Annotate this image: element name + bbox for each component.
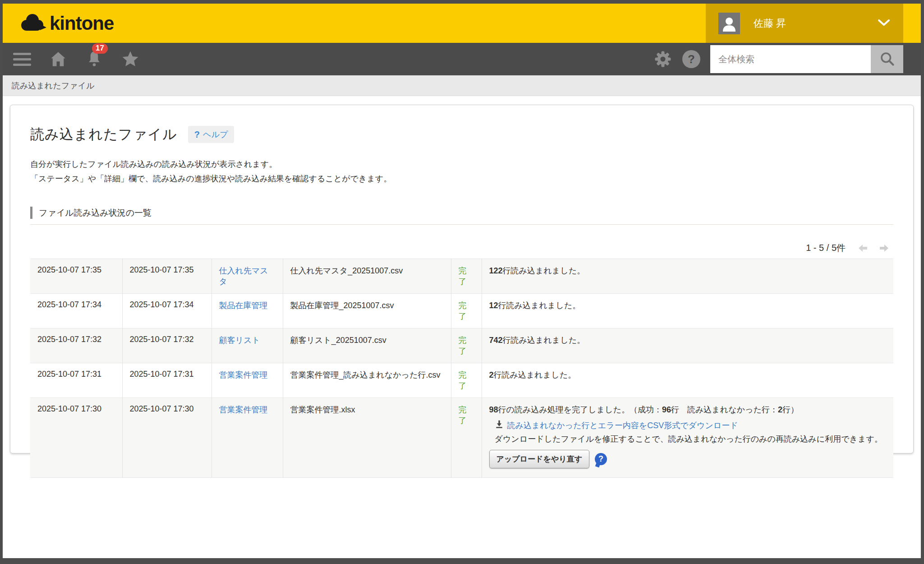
description-line-2: 「ステータス」や「詳細」欄で、読み込みの進捗状況や読み込み結果を確認することがで… <box>30 172 893 186</box>
breadcrumb-item[interactable]: 読み込まれたファイル <box>12 80 94 91</box>
nav-right: ? <box>653 45 921 73</box>
gear-icon[interactable] <box>653 50 672 69</box>
search-input[interactable] <box>710 45 871 73</box>
kintone-cloud-icon <box>19 11 47 36</box>
notification-badge: 17 <box>92 43 108 54</box>
cell-detail-expanded: 98行の読み込み処理を完了しました。（成功：96行 読み込まれなかった行：2行）… <box>482 398 893 478</box>
brand-bar: kintone 佐藤 昇 <box>3 4 921 43</box>
import-summary: 98行の読み込み処理を完了しました。（成功：96行 読み込まれなかった行：2行） <box>489 404 887 415</box>
home-icon[interactable] <box>49 50 68 69</box>
cell-filename: 営業案件管理_読み込まれなかった行.csv <box>283 363 451 398</box>
description-line-1: 自分が実行したファイル読み込みの読み込み状況が表示されます。 <box>30 157 893 172</box>
search-button[interactable] <box>871 45 903 73</box>
download-note: ダウンロードしたファイルを修正することで、読み込まれなかった行のみの再読み込みに… <box>495 434 887 444</box>
cell-end-time: 2025-10-07 17:31 <box>122 363 211 398</box>
prev-page-icon[interactable] <box>857 243 869 254</box>
chevron-down-icon <box>877 18 891 28</box>
app-link[interactable]: 製品在庫管理 <box>219 301 268 310</box>
bell-icon[interactable]: 17 <box>85 50 104 69</box>
app-link[interactable]: 営業案件管理 <box>219 405 268 414</box>
cell-detail: 122行読み込まれました。 <box>482 259 893 294</box>
pagination-count: 1 - 5 / 5件 <box>806 242 846 254</box>
table-row: 2025-10-07 17:35 2025-10-07 17:35 仕入れ先マス… <box>30 259 893 294</box>
section-header: ファイル読み込み状況の一覧 <box>30 207 893 225</box>
help-bubble-icon[interactable]: ? <box>595 453 607 465</box>
app-link[interactable]: 顧客リスト <box>219 336 260 345</box>
cell-start-time: 2025-10-07 17:32 <box>30 328 122 363</box>
cell-end-time: 2025-10-07 17:34 <box>122 294 211 328</box>
nav-left: 17 <box>3 50 140 69</box>
section-accent-bar <box>30 207 32 219</box>
section-title: ファイル読み込み状況の一覧 <box>39 207 152 219</box>
status-badge: 完了 <box>451 294 482 328</box>
kintone-logo: kintone <box>3 11 114 36</box>
user-name: 佐藤 昇 <box>754 17 786 30</box>
next-page-icon[interactable] <box>878 243 890 254</box>
status-badge: 完了 <box>451 363 482 398</box>
retry-upload-button[interactable]: アップロードをやり直す <box>489 450 590 468</box>
csv-download-link[interactable]: 読み込まれなかった行とエラー内容をCSV形式でダウンロード <box>507 420 738 431</box>
screen: kintone 佐藤 昇 <box>3 4 921 558</box>
table-row: 2025-10-07 17:30 2025-10-07 17:30 営業案件管理… <box>30 398 893 478</box>
cell-start-time: 2025-10-07 17:30 <box>30 398 122 478</box>
window-frame: kintone 佐藤 昇 <box>0 0 924 564</box>
breadcrumb: 読み込まれたファイル <box>3 75 921 96</box>
cell-detail: 742行読み込まれました。 <box>482 328 893 363</box>
download-icon <box>495 420 504 431</box>
help-question-icon: ? <box>194 129 200 140</box>
brand-name: kintone <box>50 13 114 34</box>
cell-start-time: 2025-10-07 17:31 <box>30 363 122 398</box>
avatar <box>718 13 740 34</box>
import-status-table: 2025-10-07 17:35 2025-10-07 17:35 仕入れ先マス… <box>30 259 893 478</box>
global-search <box>710 45 903 73</box>
help-label: ヘルプ <box>203 129 228 140</box>
page-description: 自分が実行したファイル読み込みの読み込み状況が表示されます。 「ステータス」や「… <box>30 157 893 186</box>
help-circle-icon[interactable]: ? <box>682 50 700 68</box>
search-icon <box>879 51 895 68</box>
status-badge: 完了 <box>451 259 482 294</box>
nav-bar: 17 <box>3 43 921 75</box>
star-icon[interactable] <box>121 50 140 69</box>
cell-start-time: 2025-10-07 17:34 <box>30 294 122 328</box>
status-badge: 完了 <box>451 398 482 478</box>
cell-end-time: 2025-10-07 17:30 <box>122 398 211 478</box>
hamburger-icon[interactable] <box>13 50 32 69</box>
table-row: 2025-10-07 17:31 2025-10-07 17:31 営業案件管理… <box>30 363 893 398</box>
cell-end-time: 2025-10-07 17:35 <box>122 259 211 294</box>
table-row: 2025-10-07 17:32 2025-10-07 17:32 顧客リスト … <box>30 328 893 363</box>
page-title: 読み込まれたファイル <box>30 125 177 144</box>
status-badge: 完了 <box>451 328 482 363</box>
title-help-link[interactable]: ? ヘルプ <box>188 126 234 143</box>
cell-end-time: 2025-10-07 17:32 <box>122 328 211 363</box>
user-menu[interactable]: 佐藤 昇 <box>706 4 903 43</box>
table-row: 2025-10-07 17:34 2025-10-07 17:34 製品在庫管理… <box>30 294 893 328</box>
cell-start-time: 2025-10-07 17:35 <box>30 259 122 294</box>
imported-files-card: 読み込まれたファイル ? ヘルプ 自分が実行したファイル読み込みの読み込み状況が… <box>10 105 914 453</box>
cell-filename: 顧客リスト_20251007.csv <box>283 328 451 363</box>
cell-detail: 12行読み込まれました。 <box>482 294 893 328</box>
cell-filename: 営業案件管理.xlsx <box>283 398 451 478</box>
pagination: 1 - 5 / 5件 <box>30 242 893 254</box>
main-area: 読み込まれたファイル ? ヘルプ 自分が実行したファイル読み込みの読み込み状況が… <box>3 96 921 558</box>
app-link[interactable]: 仕入れ先マスタ <box>219 266 268 286</box>
cell-filename: 仕入れ先マスタ_20251007.csv <box>283 259 451 294</box>
cell-detail: 2行読み込まれました。 <box>482 363 893 398</box>
app-link[interactable]: 営業案件管理 <box>219 370 268 379</box>
cell-filename: 製品在庫管理_20251007.csv <box>283 294 451 328</box>
